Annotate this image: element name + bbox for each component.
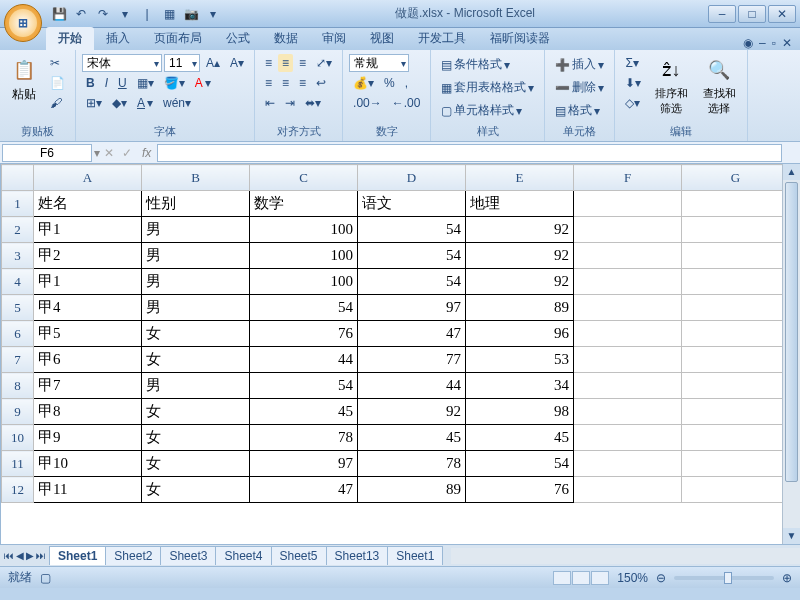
paste-button[interactable]: 📋 粘贴: [6, 54, 42, 105]
cell[interactable]: [682, 191, 790, 217]
cell[interactable]: [682, 425, 790, 451]
scroll-down-icon[interactable]: ▼: [783, 528, 800, 544]
worksheet-grid[interactable]: ABCDEFG1姓名性别数学语文地理2甲1男10054923甲2男1005492…: [1, 164, 790, 503]
cell[interactable]: 92: [466, 243, 574, 269]
delete-cells-button[interactable]: ➖删除▾: [551, 77, 608, 98]
row-header[interactable]: 10: [2, 425, 34, 451]
sheet-tab[interactable]: Sheet1: [387, 546, 443, 565]
cell[interactable]: [682, 243, 790, 269]
cell[interactable]: 甲1: [34, 217, 142, 243]
cancel-fx-icon[interactable]: ✕: [100, 146, 118, 160]
sheet-tab[interactable]: Sheet4: [215, 546, 271, 565]
cell[interactable]: [682, 451, 790, 477]
indent-dec-button[interactable]: ⇤: [261, 94, 279, 112]
help-icon[interactable]: ◉: [743, 36, 753, 50]
cell[interactable]: 44: [250, 347, 358, 373]
col-header[interactable]: F: [574, 165, 682, 191]
cell[interactable]: 47: [250, 477, 358, 503]
cell[interactable]: 34: [466, 373, 574, 399]
cell[interactable]: 甲8: [34, 399, 142, 425]
cell[interactable]: 92: [466, 269, 574, 295]
cell[interactable]: 男: [142, 243, 250, 269]
vertical-scrollbar[interactable]: ▲ ▼: [782, 164, 800, 544]
select-all-corner[interactable]: [2, 165, 34, 191]
qat-extra-1[interactable]: ▦: [160, 5, 178, 23]
col-header[interactable]: E: [466, 165, 574, 191]
zoom-in-button[interactable]: ⊕: [782, 571, 792, 585]
row-header[interactable]: 11: [2, 451, 34, 477]
cell[interactable]: 女: [142, 347, 250, 373]
qat-extra-3[interactable]: ▾: [204, 5, 222, 23]
insert-cells-button[interactable]: ➕插入▾: [551, 54, 608, 75]
sheet-last-icon[interactable]: ⏭: [36, 550, 46, 561]
cell[interactable]: 性别: [142, 191, 250, 217]
zoom-out-button[interactable]: ⊖: [656, 571, 666, 585]
cell[interactable]: 76: [250, 321, 358, 347]
cell[interactable]: 甲11: [34, 477, 142, 503]
indent-inc-button[interactable]: ⇥: [281, 94, 299, 112]
cell[interactable]: 76: [466, 477, 574, 503]
col-header[interactable]: D: [358, 165, 466, 191]
tab-review[interactable]: 审阅: [310, 27, 358, 50]
cell[interactable]: 男: [142, 217, 250, 243]
border-button[interactable]: ▦▾: [133, 74, 158, 92]
fill-color-button[interactable]: 🪣▾: [160, 74, 189, 92]
office-button[interactable]: ⊞: [4, 4, 42, 42]
fill-button[interactable]: ◆▾: [108, 94, 131, 112]
cell[interactable]: 数学: [250, 191, 358, 217]
macro-rec-icon[interactable]: ▢: [40, 571, 51, 585]
align-center-button[interactable]: ≡: [278, 74, 293, 92]
cell[interactable]: 92: [358, 399, 466, 425]
cell[interactable]: 100: [250, 269, 358, 295]
cell[interactable]: 98: [466, 399, 574, 425]
cell[interactable]: [682, 269, 790, 295]
name-box[interactable]: F6: [2, 144, 92, 162]
col-header[interactable]: B: [142, 165, 250, 191]
normal-view-button[interactable]: [553, 571, 571, 585]
cell[interactable]: 54: [250, 295, 358, 321]
cell[interactable]: 甲10: [34, 451, 142, 477]
cell[interactable]: 77: [358, 347, 466, 373]
qat-more-icon[interactable]: ▾: [116, 5, 134, 23]
row-header[interactable]: 12: [2, 477, 34, 503]
cell[interactable]: 97: [358, 295, 466, 321]
cell[interactable]: 语文: [358, 191, 466, 217]
find-select-button[interactable]: 🔍 查找和选择: [697, 54, 741, 118]
align-top-button[interactable]: ≡: [261, 54, 276, 72]
sort-filter-button[interactable]: ẑ↓ 排序和筛选: [649, 54, 693, 118]
sheet-tab[interactable]: Sheet13: [326, 546, 389, 565]
cell[interactable]: [682, 399, 790, 425]
cell[interactable]: 100: [250, 243, 358, 269]
autosum-button[interactable]: Σ▾: [621, 54, 645, 72]
cell[interactable]: [574, 321, 682, 347]
conditional-format-button[interactable]: ▤条件格式▾: [437, 54, 514, 75]
cell[interactable]: 甲5: [34, 321, 142, 347]
minimize-button[interactable]: –: [708, 5, 736, 23]
font-size-combo[interactable]: 11: [164, 54, 200, 72]
format-painter-button[interactable]: 🖌: [46, 94, 69, 112]
row-header[interactable]: 5: [2, 295, 34, 321]
save-button[interactable]: 💾: [50, 5, 68, 23]
cell[interactable]: 44: [358, 373, 466, 399]
phonetic-button[interactable]: wén▾: [159, 94, 195, 112]
close-button[interactable]: ✕: [768, 5, 796, 23]
cell[interactable]: 甲4: [34, 295, 142, 321]
close-workbook-icon[interactable]: ✕: [782, 36, 792, 50]
cell[interactable]: 女: [142, 477, 250, 503]
number-format-combo[interactable]: 常规: [349, 54, 409, 72]
cell[interactable]: [574, 373, 682, 399]
cell[interactable]: 54: [358, 217, 466, 243]
col-header[interactable]: A: [34, 165, 142, 191]
row-header[interactable]: 4: [2, 269, 34, 295]
cell[interactable]: [574, 425, 682, 451]
cell[interactable]: 47: [358, 321, 466, 347]
cell[interactable]: [682, 295, 790, 321]
min-ribbon-icon[interactable]: –: [759, 36, 766, 50]
cell[interactable]: 甲9: [34, 425, 142, 451]
horizontal-scrollbar[interactable]: [451, 548, 800, 564]
cell[interactable]: 男: [142, 373, 250, 399]
cell[interactable]: [574, 217, 682, 243]
cell[interactable]: 45: [466, 425, 574, 451]
cell[interactable]: 女: [142, 321, 250, 347]
cell[interactable]: 96: [466, 321, 574, 347]
